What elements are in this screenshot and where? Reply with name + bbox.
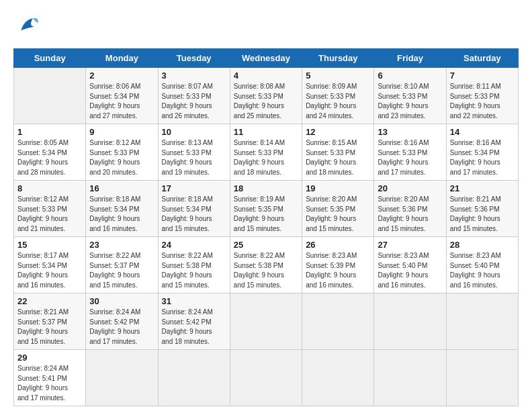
- calendar-cell: 8Sunrise: 8:12 AM Sunset: 5:33 PM Daylig…: [14, 181, 86, 237]
- day-header-wednesday: Wednesday: [230, 49, 302, 68]
- day-number: 2: [89, 71, 154, 81]
- calendar-cell: 10Sunrise: 8:13 AM Sunset: 5:33 PM Dayli…: [158, 124, 230, 181]
- day-number: 1: [17, 127, 82, 137]
- day-number: 22: [17, 296, 82, 306]
- day-number: 28: [450, 240, 515, 250]
- day-info: Sunrise: 8:10 AM Sunset: 5:33 PM Dayligh…: [378, 82, 442, 121]
- calendar-cell: 12Sunrise: 8:15 AM Sunset: 5:33 PM Dayli…: [302, 124, 374, 181]
- day-number: 13: [378, 127, 442, 137]
- day-number: 18: [234, 183, 298, 193]
- calendar-cell: [374, 350, 446, 406]
- calendar-cell: 31Sunrise: 8:24 AM Sunset: 5:42 PM Dayli…: [158, 293, 230, 350]
- page-header: [13, 13, 519, 38]
- day-header-saturday: Saturday: [446, 49, 518, 68]
- day-info: Sunrise: 8:19 AM Sunset: 5:35 PM Dayligh…: [234, 195, 298, 234]
- day-info: Sunrise: 8:08 AM Sunset: 5:33 PM Dayligh…: [234, 82, 298, 121]
- day-number: 6: [378, 71, 442, 81]
- calendar-cell: 29Sunrise: 8:24 AM Sunset: 5:41 PM Dayli…: [14, 350, 86, 406]
- logo-bird-icon: [16, 13, 40, 38]
- day-info: Sunrise: 8:18 AM Sunset: 5:34 PM Dayligh…: [162, 195, 226, 234]
- calendar-week-5: 29Sunrise: 8:24 AM Sunset: 5:41 PM Dayli…: [14, 350, 519, 406]
- day-header-friday: Friday: [374, 49, 446, 68]
- day-info: Sunrise: 8:18 AM Sunset: 5:34 PM Dayligh…: [89, 195, 154, 234]
- day-info: Sunrise: 8:13 AM Sunset: 5:33 PM Dayligh…: [162, 138, 226, 177]
- calendar-cell: 17Sunrise: 8:18 AM Sunset: 5:34 PM Dayli…: [158, 181, 230, 237]
- day-number: 7: [450, 71, 515, 81]
- day-info: Sunrise: 8:22 AM Sunset: 5:38 PM Dayligh…: [162, 251, 226, 290]
- calendar-cell: 13Sunrise: 8:16 AM Sunset: 5:33 PM Dayli…: [374, 124, 446, 181]
- day-info: Sunrise: 8:23 AM Sunset: 5:40 PM Dayligh…: [450, 251, 515, 290]
- day-info: Sunrise: 8:23 AM Sunset: 5:40 PM Dayligh…: [378, 251, 442, 290]
- calendar-cell: [374, 293, 446, 350]
- day-info: Sunrise: 8:09 AM Sunset: 5:33 PM Dayligh…: [306, 82, 370, 121]
- day-info: Sunrise: 8:20 AM Sunset: 5:35 PM Dayligh…: [306, 195, 370, 234]
- calendar-cell: 19Sunrise: 8:20 AM Sunset: 5:35 PM Dayli…: [302, 181, 374, 237]
- day-number: 17: [162, 183, 226, 193]
- day-number: 19: [306, 183, 370, 193]
- day-info: Sunrise: 8:12 AM Sunset: 5:33 PM Dayligh…: [89, 138, 154, 177]
- day-info: Sunrise: 8:12 AM Sunset: 5:33 PM Dayligh…: [17, 195, 82, 234]
- day-number: 24: [162, 240, 226, 250]
- calendar-cell: 18Sunrise: 8:19 AM Sunset: 5:35 PM Dayli…: [230, 181, 302, 237]
- day-header-tuesday: Tuesday: [158, 49, 230, 68]
- calendar-cell: 4Sunrise: 8:08 AM Sunset: 5:33 PM Daylig…: [230, 68, 302, 124]
- day-info: Sunrise: 8:16 AM Sunset: 5:34 PM Dayligh…: [450, 138, 515, 177]
- calendar-cell: [302, 293, 374, 350]
- day-number: 31: [162, 296, 226, 306]
- day-info: Sunrise: 8:22 AM Sunset: 5:37 PM Dayligh…: [89, 251, 154, 290]
- day-info: Sunrise: 8:06 AM Sunset: 5:34 PM Dayligh…: [89, 82, 154, 121]
- calendar-cell: [446, 350, 518, 406]
- calendar-cell: 9Sunrise: 8:12 AM Sunset: 5:33 PM Daylig…: [86, 124, 158, 181]
- calendar-table: SundayMondayTuesdayWednesdayThursdayFrid…: [13, 48, 519, 406]
- day-info: Sunrise: 8:11 AM Sunset: 5:33 PM Dayligh…: [450, 82, 515, 121]
- day-number: 4: [234, 71, 298, 81]
- day-info: Sunrise: 8:24 AM Sunset: 5:42 PM Dayligh…: [89, 308, 154, 347]
- calendar-cell: 25Sunrise: 8:22 AM Sunset: 5:38 PM Dayli…: [230, 237, 302, 293]
- calendar-week-2: 8Sunrise: 8:12 AM Sunset: 5:33 PM Daylig…: [14, 181, 519, 237]
- day-number: 23: [89, 240, 154, 250]
- calendar-cell: 6Sunrise: 8:10 AM Sunset: 5:33 PM Daylig…: [374, 68, 446, 124]
- calendar-cell: [446, 293, 518, 350]
- calendar-cell: 24Sunrise: 8:22 AM Sunset: 5:38 PM Dayli…: [158, 237, 230, 293]
- day-header-thursday: Thursday: [302, 49, 374, 68]
- calendar-cell: [158, 350, 230, 406]
- calendar-cell: 22Sunrise: 8:21 AM Sunset: 5:37 PM Dayli…: [14, 293, 86, 350]
- day-number: 26: [306, 240, 370, 250]
- calendar-cell: [14, 68, 86, 124]
- calendar-cell: 3Sunrise: 8:07 AM Sunset: 5:33 PM Daylig…: [158, 68, 230, 124]
- day-info: Sunrise: 8:21 AM Sunset: 5:37 PM Dayligh…: [17, 308, 82, 347]
- day-info: Sunrise: 8:20 AM Sunset: 5:36 PM Dayligh…: [378, 195, 442, 234]
- day-number: 9: [89, 127, 154, 137]
- calendar-cell: 1Sunrise: 8:05 AM Sunset: 5:34 PM Daylig…: [14, 124, 86, 181]
- calendar-cell: [230, 293, 302, 350]
- day-header-sunday: Sunday: [14, 49, 86, 68]
- day-number: 30: [89, 296, 154, 306]
- day-number: 20: [378, 183, 442, 193]
- day-info: Sunrise: 8:17 AM Sunset: 5:34 PM Dayligh…: [17, 251, 82, 290]
- day-info: Sunrise: 8:22 AM Sunset: 5:38 PM Dayligh…: [234, 251, 298, 290]
- calendar-cell: 21Sunrise: 8:21 AM Sunset: 5:36 PM Dayli…: [446, 181, 518, 237]
- day-info: Sunrise: 8:16 AM Sunset: 5:33 PM Dayligh…: [378, 138, 442, 177]
- day-info: Sunrise: 8:07 AM Sunset: 5:33 PM Dayligh…: [162, 82, 226, 121]
- calendar-cell: 5Sunrise: 8:09 AM Sunset: 5:33 PM Daylig…: [302, 68, 374, 124]
- calendar-week-0: 2Sunrise: 8:06 AM Sunset: 5:34 PM Daylig…: [14, 68, 519, 124]
- day-number: 15: [17, 240, 82, 250]
- calendar-cell: 2Sunrise: 8:06 AM Sunset: 5:34 PM Daylig…: [86, 68, 158, 124]
- day-info: Sunrise: 8:05 AM Sunset: 5:34 PM Dayligh…: [17, 138, 82, 177]
- calendar-week-3: 15Sunrise: 8:17 AM Sunset: 5:34 PM Dayli…: [14, 237, 519, 293]
- calendar-cell: 30Sunrise: 8:24 AM Sunset: 5:42 PM Dayli…: [86, 293, 158, 350]
- logo: [13, 13, 40, 38]
- calendar-cell: 27Sunrise: 8:23 AM Sunset: 5:40 PM Dayli…: [374, 237, 446, 293]
- calendar-cell: 15Sunrise: 8:17 AM Sunset: 5:34 PM Dayli…: [14, 237, 86, 293]
- day-info: Sunrise: 8:14 AM Sunset: 5:33 PM Dayligh…: [234, 138, 298, 177]
- calendar-cell: 20Sunrise: 8:20 AM Sunset: 5:36 PM Dayli…: [374, 181, 446, 237]
- calendar-cell: 23Sunrise: 8:22 AM Sunset: 5:37 PM Dayli…: [86, 237, 158, 293]
- day-number: 14: [450, 127, 515, 137]
- calendar-week-1: 1Sunrise: 8:05 AM Sunset: 5:34 PM Daylig…: [14, 124, 519, 181]
- calendar-cell: [86, 350, 158, 406]
- day-number: 27: [378, 240, 442, 250]
- calendar-cell: 14Sunrise: 8:16 AM Sunset: 5:34 PM Dayli…: [446, 124, 518, 181]
- calendar-cell: [302, 350, 374, 406]
- day-info: Sunrise: 8:15 AM Sunset: 5:33 PM Dayligh…: [306, 138, 370, 177]
- day-number: 3: [162, 71, 226, 81]
